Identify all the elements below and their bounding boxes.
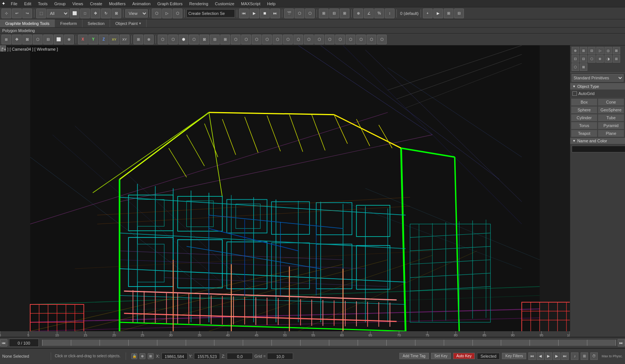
rp-motion-icon[interactable]: ▷ xyxy=(596,47,604,54)
prev-frame-btn[interactable]: ◀ xyxy=(537,352,544,360)
name-color-collapse-btn[interactable]: ▼ xyxy=(572,139,576,143)
rp-extra7-icon[interactable]: ⬡ xyxy=(572,63,579,71)
tb2-poly-btn13[interactable]: ⬡ xyxy=(283,35,293,44)
mirror-btn[interactable]: ⊞ xyxy=(319,9,329,18)
material-editor-btn[interactable]: ⬡ xyxy=(173,9,182,18)
tb2-axis-xy[interactable]: XY xyxy=(109,35,119,44)
prim-sphere-btn[interactable]: Sphere xyxy=(571,106,597,114)
tb2-poly-btn7[interactable]: ⊞ xyxy=(220,35,230,44)
sound-icon[interactable]: ♪ xyxy=(571,352,578,360)
rp-extra8-icon[interactable]: ⊠ xyxy=(580,63,587,71)
move-btn[interactable]: ✥ xyxy=(91,9,100,18)
anim-stop-btn[interactable]: ⏹ xyxy=(260,9,270,18)
tb2-poly-btn17[interactable]: ⬡ xyxy=(325,35,335,44)
menu-tools[interactable]: Tools xyxy=(35,1,51,7)
prim-cylinder-btn[interactable]: Cylinder xyxy=(571,114,597,121)
object-type-collapse-btn[interactable]: ▼ xyxy=(572,85,576,88)
menu-views[interactable]: Views xyxy=(69,1,86,7)
menu-maxscript[interactable]: MAXScript xyxy=(238,1,263,7)
redo-btn[interactable]: ↪ xyxy=(22,9,32,18)
tab-freeform[interactable]: Freeform xyxy=(55,19,82,27)
anim-play-btn[interactable]: ▶ xyxy=(249,9,259,18)
prim-torus-btn[interactable]: Torus xyxy=(571,122,597,129)
tb2-poly-btn4[interactable]: ⬡ xyxy=(189,35,199,44)
prim-box-btn[interactable]: Box xyxy=(571,98,597,106)
tb2-btn2[interactable]: ✥ xyxy=(12,35,22,44)
time-config-btn[interactable]: ⏱ xyxy=(590,352,598,360)
view-mode-dropdown[interactable]: View xyxy=(125,9,148,18)
layer-btn[interactable]: ⊞ xyxy=(340,9,349,18)
snap-toggle-btn[interactable]: ⊕ xyxy=(354,9,363,18)
tb2-poly-btn3[interactable]: ⬢ xyxy=(179,35,188,44)
rp-extra4-icon[interactable]: ⊕ xyxy=(596,55,604,63)
prim-teapot-btn[interactable]: Teapot xyxy=(571,130,597,137)
tb2-poly-btn12[interactable]: ⬡ xyxy=(273,35,282,44)
tb2-poly-btn16[interactable]: ⬡ xyxy=(314,35,324,44)
tb2-btn5[interactable]: ⊟ xyxy=(43,35,53,44)
menu-group[interactable]: Group xyxy=(51,1,69,7)
rp-display-icon[interactable]: ◎ xyxy=(604,47,612,54)
tb2-poly-btn1[interactable]: ⬡ xyxy=(158,35,167,44)
set-key-btn[interactable]: Set Key xyxy=(431,353,451,359)
tb2-poly-btn20[interactable]: ⬡ xyxy=(356,35,366,44)
plus-btn[interactable]: + xyxy=(423,9,433,18)
tb2-btn4[interactable]: ⬡ xyxy=(33,35,43,44)
rotate-btn[interactable]: ↻ xyxy=(101,9,111,18)
rp-modify-icon[interactable]: ⊞ xyxy=(580,47,587,54)
tb2-poly-btn9[interactable]: ⬡ xyxy=(241,35,251,44)
tb2-poly-btn8[interactable]: ⬡ xyxy=(231,35,241,44)
select-object-btn[interactable]: ⬚ xyxy=(36,9,46,18)
rp-extra3-icon[interactable]: ⬡ xyxy=(588,55,596,63)
timeline-prev-btn[interactable]: ⏮ xyxy=(0,339,7,346)
create-selection-input[interactable] xyxy=(186,9,235,18)
tb2-poly-btn10[interactable]: ⬡ xyxy=(252,35,261,44)
go-start-btn[interactable]: ⏮ xyxy=(528,352,536,360)
rp-utilities-icon[interactable]: ⊠ xyxy=(613,47,620,54)
tb2-align-btn[interactable]: ⊞ xyxy=(134,35,143,44)
coord-system-btn[interactable]: ⊞ xyxy=(148,353,154,359)
rp-hierarchy-icon[interactable]: ⊟ xyxy=(588,47,596,54)
tb2-poly-btn21[interactable]: ⬡ xyxy=(367,35,376,44)
prim-cone-btn[interactable]: Cone xyxy=(598,98,624,106)
spinner-snap-btn[interactable]: ↕ xyxy=(385,9,395,18)
menu-modifiers[interactable]: Modifiers xyxy=(106,1,129,7)
snap-icon-btn[interactable]: ⊕ xyxy=(139,353,145,359)
tb2-btn3[interactable]: ⊠ xyxy=(22,35,32,44)
percent-snap-btn[interactable]: % xyxy=(374,9,384,18)
menu-help[interactable]: Help xyxy=(264,1,279,7)
tb2-pivot-btn[interactable]: ⊕ xyxy=(144,35,154,44)
menu-file[interactable]: File xyxy=(8,1,21,7)
tb2-poly-btn2[interactable]: ⬡ xyxy=(168,35,178,44)
render-frame-btn[interactable]: 🎬 xyxy=(284,9,294,18)
next-frame-btn[interactable]: ▶ xyxy=(553,352,560,360)
arrow-right-btn[interactable]: ▶ xyxy=(433,9,443,18)
go-end-btn[interactable]: ⏭ xyxy=(561,352,569,360)
render-btn[interactable]: ▷ xyxy=(162,9,172,18)
angle-snap-btn[interactable]: ∠ xyxy=(364,9,374,18)
anim-prev-btn[interactable]: ⏮ xyxy=(239,9,249,18)
standard-primitives-dropdown[interactable]: Standard Primitives xyxy=(572,74,624,82)
tb2-btn1[interactable]: ⊞ xyxy=(1,35,11,44)
tb2-btn7[interactable]: ⊕ xyxy=(64,35,74,44)
viewport[interactable]: [ + ] [ Camera04 ] [ Wireframe ] + xyxy=(0,45,570,331)
align-btn[interactable]: ⊟ xyxy=(329,9,339,18)
tb2-btn6[interactable]: ⬜ xyxy=(54,35,63,44)
play-anim-btn[interactable]: ▶ xyxy=(545,352,552,360)
tb2-axis-z[interactable]: Z xyxy=(99,35,109,44)
anim-next-btn[interactable]: ⏭ xyxy=(270,9,280,18)
rp-extra5-icon[interactable]: ◑ xyxy=(604,55,612,63)
autogrid-checkbox[interactable] xyxy=(572,91,577,96)
select-tool-btn[interactable]: ⊹ xyxy=(1,9,11,18)
tb2-axis-y[interactable]: Y xyxy=(88,35,98,44)
render-setup-btn[interactable]: ⬡ xyxy=(152,9,161,18)
tb2-poly-btn14[interactable]: ⬡ xyxy=(293,35,303,44)
tb2-poly-btn5[interactable]: ⊠ xyxy=(200,35,209,44)
key-filters-btn[interactable]: Key Filters xyxy=(502,353,526,359)
menu-animation[interactable]: Animation xyxy=(129,1,154,7)
render-blit-btn[interactable]: ⬡ xyxy=(305,9,315,18)
prim-plane-btn[interactable]: Plane xyxy=(598,130,624,137)
named-sel-btn[interactable]: ⊟ xyxy=(454,9,464,18)
scale-btn[interactable]: ⊠ xyxy=(112,9,121,18)
tb2-poly-btn22[interactable]: ⬡ xyxy=(377,35,387,44)
tb2-poly-btn15[interactable]: ⬡ xyxy=(304,35,314,44)
